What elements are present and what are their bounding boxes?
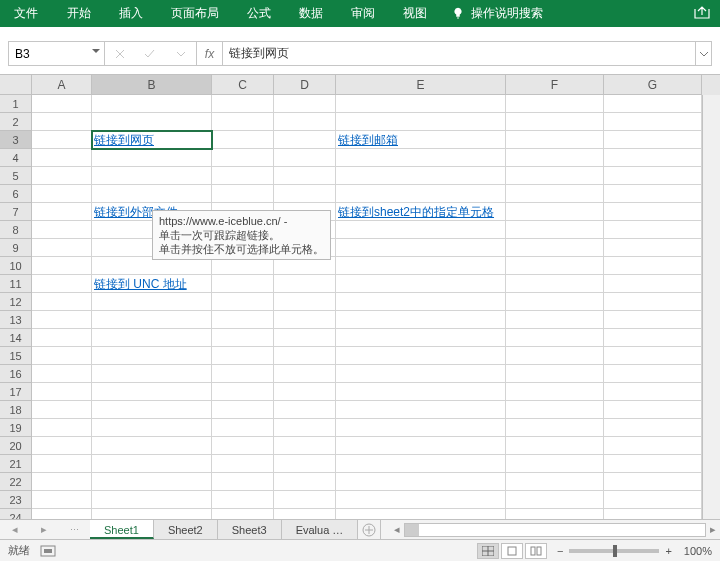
cell-E10[interactable] xyxy=(336,257,506,275)
cell-E4[interactable] xyxy=(336,149,506,167)
column-header-B[interactable]: B xyxy=(92,75,212,95)
row-header[interactable]: 14 xyxy=(0,329,32,347)
cell-A14[interactable] xyxy=(32,329,92,347)
scroll-left-icon[interactable]: ◂ xyxy=(394,523,400,536)
view-normal-button[interactable] xyxy=(477,543,499,559)
cell-B21[interactable] xyxy=(92,455,212,473)
cell-A20[interactable] xyxy=(32,437,92,455)
cell-C19[interactable] xyxy=(212,419,274,437)
row-header[interactable]: 17 xyxy=(0,383,32,401)
row-header[interactable]: 23 xyxy=(0,491,32,509)
cell-D23[interactable] xyxy=(274,491,336,509)
hyperlink[interactable]: 链接到网页 xyxy=(94,133,154,147)
cell-A22[interactable] xyxy=(32,473,92,491)
cell-B12[interactable] xyxy=(92,293,212,311)
cell-G12[interactable] xyxy=(604,293,702,311)
formula-input[interactable]: 链接到网页 xyxy=(223,42,695,65)
column-header-D[interactable]: D xyxy=(274,75,336,95)
row-header[interactable]: 5 xyxy=(0,167,32,185)
cell-A13[interactable] xyxy=(32,311,92,329)
cell-D13[interactable] xyxy=(274,311,336,329)
cell-E21[interactable] xyxy=(336,455,506,473)
cell-B13[interactable] xyxy=(92,311,212,329)
cell-F12[interactable] xyxy=(506,293,604,311)
cell-F6[interactable] xyxy=(506,185,604,203)
cell-F22[interactable] xyxy=(506,473,604,491)
cell-F13[interactable] xyxy=(506,311,604,329)
cell-C13[interactable] xyxy=(212,311,274,329)
row-header[interactable]: 7 xyxy=(0,203,32,221)
cell-E20[interactable] xyxy=(336,437,506,455)
cell-B16[interactable] xyxy=(92,365,212,383)
cell-B24[interactable] xyxy=(92,509,212,519)
cell-G2[interactable] xyxy=(604,113,702,131)
cell-F17[interactable] xyxy=(506,383,604,401)
nav-next-icon[interactable]: ▸ xyxy=(41,523,47,536)
add-sheet-button[interactable] xyxy=(358,520,380,539)
cell-G4[interactable] xyxy=(604,149,702,167)
cell-A5[interactable] xyxy=(32,167,92,185)
cell-B1[interactable] xyxy=(92,95,212,113)
cell-B23[interactable] xyxy=(92,491,212,509)
cell-E16[interactable] xyxy=(336,365,506,383)
cell-A18[interactable] xyxy=(32,401,92,419)
cell-D6[interactable] xyxy=(274,185,336,203)
cell-F18[interactable] xyxy=(506,401,604,419)
cell-E17[interactable] xyxy=(336,383,506,401)
ribbon-tab-视图[interactable]: 视图 xyxy=(389,0,441,27)
cell-C23[interactable] xyxy=(212,491,274,509)
cell-E9[interactable] xyxy=(336,239,506,257)
cell-F20[interactable] xyxy=(506,437,604,455)
cell-A4[interactable] xyxy=(32,149,92,167)
cell-F14[interactable] xyxy=(506,329,604,347)
cell-G15[interactable] xyxy=(604,347,702,365)
cell-F21[interactable] xyxy=(506,455,604,473)
cell-F16[interactable] xyxy=(506,365,604,383)
cell-D18[interactable] xyxy=(274,401,336,419)
row-header[interactable]: 11 xyxy=(0,275,32,293)
cell-C5[interactable] xyxy=(212,167,274,185)
row-header[interactable]: 13 xyxy=(0,311,32,329)
cell-G8[interactable] xyxy=(604,221,702,239)
cell-C4[interactable] xyxy=(212,149,274,167)
cell-A1[interactable] xyxy=(32,95,92,113)
cell-F5[interactable] xyxy=(506,167,604,185)
cell-G14[interactable] xyxy=(604,329,702,347)
ribbon-tab-文件[interactable]: 文件 xyxy=(0,0,52,27)
horizontal-scrollbar[interactable]: ◂ ▸ xyxy=(390,520,720,539)
column-header-F[interactable]: F xyxy=(506,75,604,95)
cell-D24[interactable] xyxy=(274,509,336,519)
cell-E2[interactable] xyxy=(336,113,506,131)
cell-C1[interactable] xyxy=(212,95,274,113)
zoom-in-button[interactable]: + xyxy=(665,545,671,557)
ribbon-tab-页面布局[interactable]: 页面布局 xyxy=(157,0,233,27)
cell-G1[interactable] xyxy=(604,95,702,113)
cell-C24[interactable] xyxy=(212,509,274,519)
cell-D22[interactable] xyxy=(274,473,336,491)
cell-C6[interactable] xyxy=(212,185,274,203)
cell-A11[interactable] xyxy=(32,275,92,293)
cell-G24[interactable] xyxy=(604,509,702,519)
sheet-tab-Sheet2[interactable]: Sheet2 xyxy=(154,520,218,539)
cell-A7[interactable] xyxy=(32,203,92,221)
row-header[interactable]: 19 xyxy=(0,419,32,437)
cell-B17[interactable] xyxy=(92,383,212,401)
cell-F1[interactable] xyxy=(506,95,604,113)
cell-G22[interactable] xyxy=(604,473,702,491)
cell-F7[interactable] xyxy=(506,203,604,221)
cell-A21[interactable] xyxy=(32,455,92,473)
cell-A23[interactable] xyxy=(32,491,92,509)
cell-C11[interactable] xyxy=(212,275,274,293)
cell-E1[interactable] xyxy=(336,95,506,113)
cell-F2[interactable] xyxy=(506,113,604,131)
tell-me-search[interactable]: 操作说明搜索 xyxy=(451,5,543,22)
column-header-C[interactable]: C xyxy=(212,75,274,95)
cell-C22[interactable] xyxy=(212,473,274,491)
row-header[interactable]: 8 xyxy=(0,221,32,239)
cell-D19[interactable] xyxy=(274,419,336,437)
row-header[interactable]: 16 xyxy=(0,365,32,383)
cell-A9[interactable] xyxy=(32,239,92,257)
cell-F23[interactable] xyxy=(506,491,604,509)
vertical-scrollbar[interactable] xyxy=(702,95,720,519)
cell-E7[interactable]: 链接到sheet2中的指定单元格 xyxy=(336,203,506,221)
